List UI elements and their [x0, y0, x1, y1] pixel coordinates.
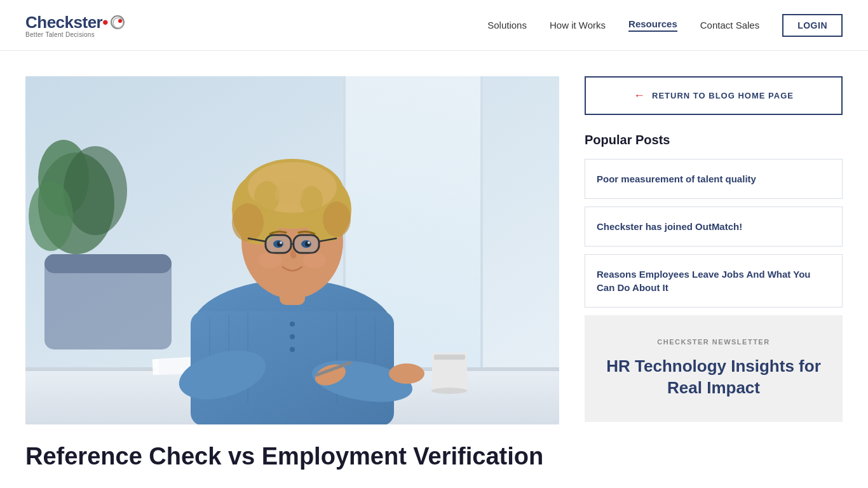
post-card-title-2: Checkster has joined OutMatch!	[597, 221, 742, 232]
post-card-title-3: Reasons Employees Leave Jobs And What Yo…	[597, 269, 810, 293]
hero-image	[25, 76, 559, 424]
svg-point-29	[290, 347, 295, 352]
svg-point-28	[290, 334, 295, 339]
popular-post-3[interactable]: Reasons Employees Leave Jobs And What Yo…	[585, 254, 843, 308]
nav-how-it-works[interactable]: How it Works	[550, 20, 606, 30]
site-header: Checkster• Better Talent Decisions Solut…	[0, 0, 868, 51]
svg-rect-5	[480, 76, 483, 381]
svg-point-0	[113, 18, 123, 28]
main-nav: Solutions How it Works Resources Contact…	[487, 14, 843, 37]
right-sidebar: ← RETURN TO BLOG HOME PAGE Popular Posts…	[585, 76, 843, 471]
nav-resources[interactable]: Resources	[628, 18, 677, 32]
login-button[interactable]: LOGIN	[782, 14, 843, 37]
svg-point-9	[29, 181, 73, 251]
svg-point-45	[323, 201, 351, 237]
svg-point-1	[118, 19, 122, 23]
logo-text: Checkster•	[25, 13, 108, 32]
main-content: Reference Check vs Employment Verificati…	[0, 51, 868, 488]
left-column: Reference Check vs Employment Verificati…	[25, 76, 559, 471]
newsletter-title: HR Technology Insights for Real Impact	[600, 356, 827, 399]
svg-point-59	[259, 253, 281, 268]
svg-point-18	[431, 388, 467, 394]
newsletter-label: CHECKSTER NEWSLETTER	[600, 338, 827, 346]
hero-illustration	[25, 76, 559, 424]
svg-point-8	[64, 146, 127, 235]
nav-solutions[interactable]: Solutions	[487, 20, 527, 30]
article-title-area: Reference Check vs Employment Verificati…	[25, 442, 559, 471]
logo-tagline: Better Talent Decisions	[25, 31, 95, 38]
return-to-blog-button[interactable]: ← RETURN TO BLOG HOME PAGE	[585, 76, 843, 115]
svg-rect-17	[434, 355, 465, 360]
logo-icon	[111, 15, 125, 29]
logo-area: Checkster• Better Talent Decisions	[25, 13, 125, 38]
popular-post-2[interactable]: Checkster has joined OutMatch!	[585, 207, 843, 247]
svg-point-58	[308, 241, 310, 244]
svg-point-60	[303, 253, 326, 268]
article-title: Reference Check vs Employment Verificati…	[25, 442, 559, 471]
svg-point-57	[280, 241, 282, 244]
svg-point-42	[300, 186, 323, 214]
return-button-label: RETURN TO BLOG HOME PAGE	[652, 91, 794, 100]
popular-post-1[interactable]: Poor measurement of talent quality	[585, 159, 843, 199]
svg-point-43	[275, 181, 303, 207]
return-arrow-icon: ←	[634, 89, 646, 102]
nav-contact-sales[interactable]: Contact Sales	[700, 20, 759, 30]
newsletter-card: CHECKSTER NEWSLETTER HR Technology Insig…	[585, 315, 843, 422]
svg-point-27	[290, 322, 295, 327]
svg-point-44	[232, 203, 264, 241]
svg-rect-11	[44, 254, 172, 273]
svg-point-34	[389, 363, 424, 384]
post-card-title-1: Poor measurement of talent quality	[597, 173, 756, 184]
popular-posts-heading: Popular Posts	[585, 133, 843, 147]
